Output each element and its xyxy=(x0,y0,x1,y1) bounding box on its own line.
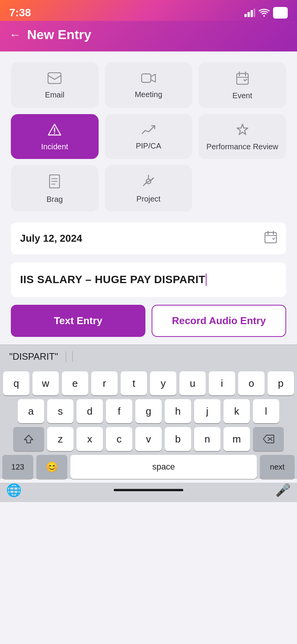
text-input-value: IIS SALARY – HUGE PAY DISPARIT xyxy=(20,273,205,286)
category-pip-ca-label: PIP/CA xyxy=(136,142,161,150)
status-icons: 89 xyxy=(244,7,288,19)
key-b[interactable]: b xyxy=(165,427,191,451)
key-q[interactable]: q xyxy=(3,371,29,395)
category-event-label: Event xyxy=(232,91,252,100)
back-button[interactable]: ← xyxy=(9,28,21,41)
keyboard-row-2: a s d f g h j k l xyxy=(2,399,295,423)
emoji-key[interactable]: 😊 xyxy=(36,455,67,479)
key-u[interactable]: u xyxy=(179,371,206,395)
category-grid-row1: Email Meeting Event xyxy=(0,51,297,108)
incident-icon xyxy=(48,123,61,138)
space-key[interactable]: space xyxy=(70,455,257,479)
category-event[interactable]: Event xyxy=(198,62,286,108)
category-meeting-label: Meeting xyxy=(135,90,162,99)
key-e[interactable]: e xyxy=(62,371,88,395)
category-project-label: Project xyxy=(137,195,160,203)
key-z[interactable]: z xyxy=(47,427,73,451)
category-email-label: Email xyxy=(45,91,64,99)
svg-point-11 xyxy=(54,133,55,134)
key-i[interactable]: i xyxy=(209,371,235,395)
keyboard-row-1: q w e r t y u i o p xyxy=(2,371,295,395)
category-grid-row2: Incident PIP/CA Performance Review xyxy=(0,108,297,159)
battery-indicator: 89 xyxy=(273,7,288,19)
category-brag-label: Brag xyxy=(46,195,63,204)
key-j[interactable]: j xyxy=(194,399,220,423)
shift-key[interactable] xyxy=(13,427,44,451)
globe-icon[interactable]: 🌐 xyxy=(6,483,22,497)
key-s[interactable]: s xyxy=(47,399,73,423)
page-title: New Entry xyxy=(27,27,91,42)
home-indicator xyxy=(114,489,183,491)
calendar-icon xyxy=(265,231,277,246)
empty-cell xyxy=(198,165,286,212)
category-performance-review[interactable]: Performance Review xyxy=(198,114,286,159)
key-c[interactable]: c xyxy=(106,427,132,451)
key-l[interactable]: l xyxy=(253,399,279,423)
text-input-section: IIS SALARY – HUGE PAY DISPARIT xyxy=(0,255,297,297)
svg-rect-4 xyxy=(48,73,61,84)
category-meeting[interactable]: Meeting xyxy=(105,62,193,108)
meeting-icon xyxy=(141,73,156,85)
key-r[interactable]: r xyxy=(91,371,118,395)
next-key[interactable]: next xyxy=(260,455,295,479)
key-x[interactable]: x xyxy=(77,427,103,451)
wifi-icon xyxy=(258,9,270,17)
microphone-icon[interactable]: 🎤 xyxy=(275,483,291,497)
record-audio-button[interactable]: Record Audio Entry xyxy=(152,305,286,337)
date-picker[interactable]: July 12, 2024 xyxy=(11,222,286,255)
performance-review-icon xyxy=(236,123,249,138)
category-incident[interactable]: Incident xyxy=(11,114,99,159)
category-project[interactable]: Project xyxy=(105,165,193,212)
svg-rect-0 xyxy=(244,14,247,17)
key-g[interactable]: g xyxy=(135,399,162,423)
key-o[interactable]: o xyxy=(238,371,265,395)
home-indicator-container xyxy=(22,489,275,491)
key-w[interactable]: w xyxy=(32,371,59,395)
event-icon xyxy=(236,72,249,87)
text-cursor xyxy=(206,273,207,286)
autocomplete-divider xyxy=(72,351,73,362)
status-time: 7:38 xyxy=(9,7,31,19)
category-email[interactable]: Email xyxy=(11,62,99,108)
key-t[interactable]: t xyxy=(121,371,147,395)
key-v[interactable]: v xyxy=(135,427,162,451)
autocomplete-suggestion[interactable]: "DISPARIT" xyxy=(9,351,66,362)
delete-key[interactable] xyxy=(253,427,284,451)
key-a[interactable]: a xyxy=(18,399,44,423)
svg-rect-5 xyxy=(142,74,151,82)
numbers-key[interactable]: 123 xyxy=(2,455,33,479)
key-n[interactable]: n xyxy=(194,427,220,451)
keyboard-row-3: z x c v b n m xyxy=(2,427,295,451)
key-k[interactable]: k xyxy=(224,399,250,423)
key-h[interactable]: h xyxy=(165,399,191,423)
keyboard-footer-bar: 🌐 🎤 xyxy=(0,483,297,502)
entry-buttons: Text Entry Record Audio Entry xyxy=(0,297,297,337)
category-grid-row3: Brag Project xyxy=(0,159,297,212)
category-performance-review-label: Performance Review xyxy=(207,142,278,151)
keyboard-footer: 🌐 🎤 xyxy=(0,483,297,497)
key-d[interactable]: d xyxy=(77,399,103,423)
category-brag[interactable]: Brag xyxy=(11,165,99,212)
key-p[interactable]: p xyxy=(268,371,294,395)
project-icon xyxy=(142,175,155,190)
signal-icon xyxy=(244,9,255,17)
key-y[interactable]: y xyxy=(150,371,176,395)
keyboard-row-4: 123 😊 space next xyxy=(2,455,295,479)
autocomplete-bar: "DISPARIT" xyxy=(0,345,297,368)
date-section: July 12, 2024 xyxy=(0,212,297,255)
keyboard: q w e r t y u i o p a s d f g h j k l z … xyxy=(0,368,297,479)
svg-rect-3 xyxy=(254,9,255,17)
svg-rect-1 xyxy=(248,12,250,17)
pip-icon xyxy=(142,124,155,137)
svg-rect-2 xyxy=(251,10,253,17)
email-icon xyxy=(48,72,61,86)
header: ← New Entry xyxy=(0,21,297,51)
brag-icon xyxy=(49,174,60,190)
key-f[interactable]: f xyxy=(106,399,132,423)
key-m[interactable]: m xyxy=(224,427,250,451)
category-pip-ca[interactable]: PIP/CA xyxy=(105,114,193,159)
status-bar: 7:38 89 xyxy=(0,0,297,21)
text-input-field[interactable]: IIS SALARY – HUGE PAY DISPARIT xyxy=(11,262,286,297)
date-value: July 12, 2024 xyxy=(20,232,82,244)
text-entry-button[interactable]: Text Entry xyxy=(11,305,145,337)
